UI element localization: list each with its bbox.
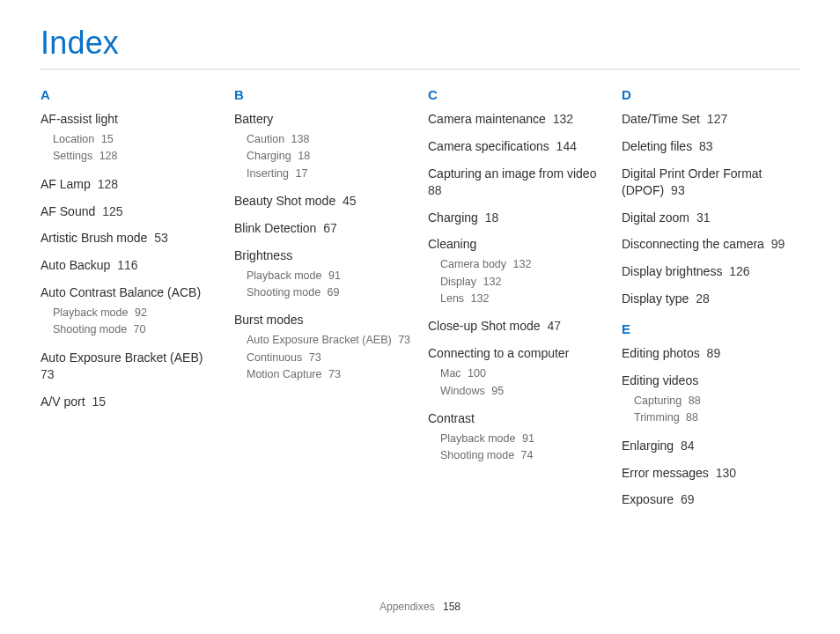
index-page-ref: 45 bbox=[339, 194, 356, 208]
index-subentries: Playback mode 91Shooting mode 74 bbox=[440, 431, 606, 465]
page-title: Index bbox=[41, 25, 799, 62]
index-entry[interactable]: Camera maintenance 132 bbox=[428, 111, 606, 128]
index-entry-label: Editing videos bbox=[622, 372, 799, 389]
index-page-ref: 93 bbox=[667, 183, 684, 197]
index-page-ref: 53 bbox=[151, 231, 167, 245]
index-subentry[interactable]: Caution 138 bbox=[247, 131, 412, 148]
index-subentry[interactable]: Location 15 bbox=[53, 131, 218, 148]
index-entry-label: Brightness bbox=[234, 247, 412, 264]
index-letter: B bbox=[234, 87, 412, 102]
index-subentries: Camera body 132Display 132Lens 132 bbox=[440, 256, 606, 307]
index-entry[interactable]: Display brightness 126 bbox=[622, 263, 799, 280]
index-subentries: Location 15Settings 128 bbox=[53, 131, 218, 166]
index-entry[interactable]: Editing videosCapturing 88Trimming 88 bbox=[622, 372, 799, 427]
index-page-ref: 91 bbox=[325, 269, 340, 282]
index-entry-label: Burst modes bbox=[234, 312, 412, 328]
index-entry-label: Error messages 130 bbox=[622, 465, 799, 482]
index-subentry[interactable]: Windows 95 bbox=[440, 383, 606, 400]
index-subentry[interactable]: Lens 132 bbox=[440, 291, 606, 307]
index-subentry[interactable]: Mac 100 bbox=[440, 365, 606, 382]
index-entry[interactable]: Enlarging 84 bbox=[622, 438, 799, 454]
index-subentry[interactable]: Continuous 73 bbox=[247, 350, 412, 366]
footer-page-number: 158 bbox=[443, 601, 461, 613]
index-subentry[interactable]: Trimming 88 bbox=[634, 409, 799, 426]
index-page-ref: 88 bbox=[428, 183, 442, 197]
index-letter: C bbox=[428, 87, 606, 102]
index-column: AAF-assist lightLocation 15Settings 128A… bbox=[41, 85, 218, 522]
index-entry[interactable]: Camera specifications 144 bbox=[428, 138, 606, 155]
index-entry-label: Camera maintenance 132 bbox=[428, 111, 606, 128]
index-subentries: Auto Exposure Bracket (AEB) 73Continuous… bbox=[247, 332, 412, 383]
index-entry[interactable]: Date/Time Set 127 bbox=[622, 111, 799, 128]
index-page-ref: 132 bbox=[468, 292, 489, 305]
index-entry-label: Auto Backup 116 bbox=[41, 257, 218, 274]
index-page-ref: 73 bbox=[325, 368, 340, 380]
index-entry[interactable]: A/V port 15 bbox=[41, 394, 218, 410]
index-entry[interactable]: AF Lamp 128 bbox=[41, 176, 218, 193]
index-subentry[interactable]: Shooting mode 69 bbox=[247, 284, 412, 301]
index-entry[interactable]: Deleting files 83 bbox=[622, 138, 799, 155]
index-page-ref: 128 bbox=[94, 177, 118, 191]
index-entry[interactable]: Editing photos 89 bbox=[622, 345, 799, 362]
index-entry-label: Editing photos 89 bbox=[622, 345, 799, 362]
index-page-ref: 18 bbox=[482, 210, 498, 225]
index-entry[interactable]: Auto Backup 116 bbox=[41, 257, 218, 274]
index-entry[interactable]: AF-assist lightLocation 15Settings 128 bbox=[41, 111, 218, 166]
index-entry[interactable]: Beauty Shot mode 45 bbox=[234, 193, 412, 210]
index-subentry[interactable]: Playback mode 91 bbox=[247, 268, 412, 284]
index-entry[interactable]: Auto Contrast Balance (ACB)Playback mode… bbox=[41, 284, 218, 339]
index-letter: A bbox=[41, 87, 218, 102]
index-subentries: Playback mode 92Shooting mode 70 bbox=[53, 305, 218, 339]
index-page-ref: 74 bbox=[518, 449, 533, 461]
index-subentry[interactable]: Inserting 17 bbox=[247, 166, 412, 182]
index-subentry[interactable]: Display 132 bbox=[440, 274, 606, 291]
index-entry[interactable]: Artistic Brush mode 53 bbox=[41, 230, 218, 247]
index-entry-label: Auto Contrast Balance (ACB) bbox=[41, 284, 218, 301]
index-entry[interactable]: BrightnessPlayback mode 91Shooting mode … bbox=[234, 247, 412, 302]
index-entry-label: Display brightness 126 bbox=[622, 263, 799, 280]
index-entry[interactable]: ContrastPlayback mode 91Shooting mode 74 bbox=[428, 410, 606, 465]
index-subentry[interactable]: Capturing 88 bbox=[634, 393, 799, 409]
index-page-ref: 17 bbox=[292, 167, 307, 180]
index-entry[interactable]: AF Sound 125 bbox=[41, 203, 218, 220]
index-page-ref: 132 bbox=[510, 258, 531, 270]
index-entry[interactable]: Auto Exposure Bracket (AEB) 73 bbox=[41, 350, 218, 383]
index-entry[interactable]: Connecting to a computerMac 100Windows 9… bbox=[428, 345, 606, 400]
index-entry-label: Camera specifications 144 bbox=[428, 138, 606, 155]
index-entry[interactable]: Charging 18 bbox=[428, 210, 606, 226]
index-entry[interactable]: CleaningCamera body 132Display 132Lens 1… bbox=[428, 236, 606, 307]
index-page-ref: 88 bbox=[683, 411, 698, 424]
index-page-ref: 47 bbox=[544, 319, 561, 333]
index-entry[interactable]: Disconnecting the camera 99 bbox=[622, 236, 799, 253]
index-page-ref: 126 bbox=[726, 264, 749, 278]
index-entry-label: Cleaning bbox=[428, 236, 606, 253]
index-section: AAF-assist lightLocation 15Settings 128A… bbox=[41, 87, 218, 410]
index-entry[interactable]: Exposure 69 bbox=[622, 491, 799, 508]
index-subentry[interactable]: Playback mode 91 bbox=[440, 431, 606, 447]
index-subentries: Caution 138Charging 18Inserting 17 bbox=[247, 131, 412, 182]
index-subentry[interactable]: Shooting mode 70 bbox=[53, 321, 218, 338]
index-entry-label: Artistic Brush mode 53 bbox=[41, 230, 218, 247]
index-entry[interactable]: Burst modesAuto Exposure Bracket (AEB) 7… bbox=[234, 312, 412, 383]
index-subentry[interactable]: Charging 18 bbox=[247, 148, 412, 165]
index-entry[interactable]: Capturing an image from video 88 bbox=[428, 166, 606, 199]
index-subentry[interactable]: Settings 128 bbox=[53, 148, 218, 165]
index-entry[interactable]: BatteryCaution 138Charging 18Inserting 1… bbox=[234, 111, 412, 182]
index-entry[interactable]: Error messages 130 bbox=[622, 465, 799, 482]
index-entry-label: Battery bbox=[234, 111, 412, 128]
index-subentry[interactable]: Camera body 132 bbox=[440, 256, 606, 273]
index-entry[interactable]: Blink Detection 67 bbox=[234, 220, 412, 237]
index-entry[interactable]: Digital zoom 31 bbox=[622, 210, 799, 226]
index-entry[interactable]: Digital Print Order Format (DPOF) 93 bbox=[622, 166, 799, 199]
index-entry[interactable]: Display type 28 bbox=[622, 291, 799, 307]
index-subentry[interactable]: Motion Capture 73 bbox=[247, 366, 412, 383]
index-subentry[interactable]: Shooting mode 74 bbox=[440, 447, 606, 464]
index-page-ref: 127 bbox=[704, 112, 727, 126]
index-subentry[interactable]: Playback mode 92 bbox=[53, 305, 218, 321]
index-letter: D bbox=[622, 87, 799, 102]
index-page-ref: 28 bbox=[692, 291, 709, 306]
index-entry[interactable]: Close-up Shot mode 47 bbox=[428, 318, 606, 335]
index-columns: AAF-assist lightLocation 15Settings 128A… bbox=[41, 85, 799, 522]
index-entry-label: Digital zoom 31 bbox=[622, 210, 799, 226]
index-subentry[interactable]: Auto Exposure Bracket (AEB) 73 bbox=[247, 332, 412, 349]
